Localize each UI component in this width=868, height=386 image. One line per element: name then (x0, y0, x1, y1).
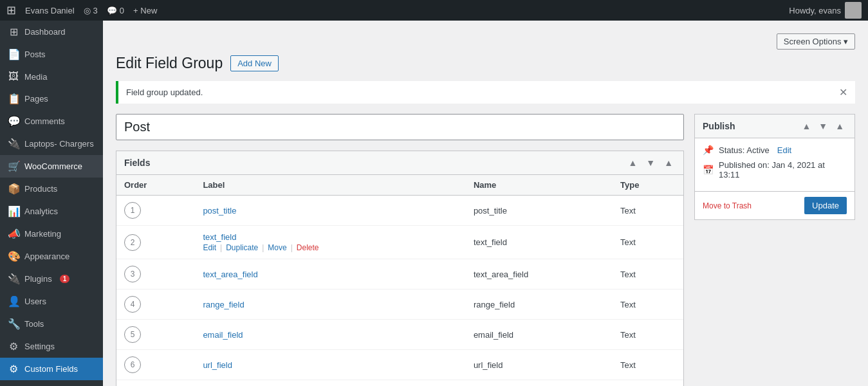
update-button[interactable]: Update (804, 197, 847, 214)
sidebar-item-woocommerce[interactable]: 🛒 WooCommerce (0, 155, 103, 178)
custom-fields-icon: ⚙ (8, 363, 19, 375)
content-area: Fields ▲ ▼ ▲ Order Label Name (116, 114, 855, 386)
admin-bar: ⊞ Evans Daniel ◎ 3 💬 0 + New Howdy, evan… (0, 0, 868, 21)
move-to-trash-link[interactable]: Move to Trash (703, 201, 752, 210)
row-action-delete[interactable]: Delete (297, 243, 319, 252)
publish-collapse-up[interactable]: ▲ (799, 120, 813, 133)
sidebar-label: Appearance (24, 252, 69, 261)
table-row: 6url_fieldurl_fieldText (116, 350, 683, 380)
plugin-update-badge: 1 (60, 275, 70, 283)
status-text: Status: Active (719, 145, 770, 155)
user-howdy[interactable]: Howdy, evans (789, 2, 862, 19)
fields-table-header: Order Label Name Type (116, 175, 683, 196)
field-type-cell: Text (613, 226, 683, 259)
sidebar-item-comments[interactable]: 💬 Comments (0, 110, 103, 133)
field-label-cell: url_field (195, 350, 466, 380)
notice-close-button[interactable]: ✕ (839, 86, 847, 98)
field-label-link[interactable]: text_area_field (203, 270, 257, 279)
col-type: Type (613, 175, 683, 196)
field-order-cell: 1 (116, 196, 195, 226)
row-action-duplicate[interactable]: Duplicate (226, 243, 258, 252)
sidebar-item-users[interactable]: 👤 Users (0, 290, 103, 313)
sidebar-item-custom-fields[interactable]: ⚙ Custom Fields (0, 358, 103, 380)
fields-metabox: Fields ▲ ▼ ▲ Order Label Name (116, 151, 684, 386)
sidebar-item-appearance[interactable]: 🎨 Appearance (0, 245, 103, 268)
field-type-cell: Text (613, 350, 683, 380)
order-circle: 2 (124, 234, 141, 251)
screen-options-button[interactable]: Screen Options ▾ (777, 33, 855, 50)
sidebar-label: Laptops- Chargers (24, 139, 94, 149)
sidebar-label: Posts (24, 50, 46, 59)
sidebar-item-pages[interactable]: 📋 Pages (0, 87, 103, 110)
order-circle: 3 (124, 266, 141, 282)
notice-text: Field group updated. (126, 87, 203, 97)
collapse-up-button[interactable]: ▲ (625, 156, 640, 169)
metabox-header: Fields ▲ ▼ ▲ (116, 151, 683, 175)
field-label-link[interactable]: range_field (203, 300, 244, 309)
sidebar-item-products[interactable]: 📦 Products (0, 178, 103, 200)
right-panel: Publish ▲ ▼ ▲ 📌 Status: Active Edit (694, 114, 855, 220)
row-action-separator: | (220, 243, 222, 252)
published-text: Published on: Jan 4, 2021 at 13:11 (719, 160, 847, 179)
table-row: 5email_fieldemail_fieldText (116, 320, 683, 350)
sidebar-item-media[interactable]: 🖼 Media (0, 66, 103, 87)
sidebar-item-analytics[interactable]: 📊 Analytics (0, 200, 103, 223)
row-action-move[interactable]: Move (268, 243, 286, 252)
row-action-separator: | (262, 243, 264, 252)
publish-box: Publish ▲ ▼ ▲ 📌 Status: Active Edit (694, 114, 855, 220)
sidebar-label: Plugins (24, 274, 52, 284)
field-order-cell: 4 (116, 290, 195, 320)
field-label-link[interactable]: email_field (203, 330, 243, 340)
wp-logo-icon[interactable]: ⊞ (6, 3, 16, 17)
tools-icon: 🔧 (8, 318, 19, 330)
site-name[interactable]: Evans Daniel (25, 6, 75, 15)
sidebar-item-dashboard[interactable]: ⊞ Dashboard (0, 21, 103, 43)
expand-button[interactable]: ▲ (661, 156, 676, 169)
sidebar-item-plugins[interactable]: 🔌 Plugins 1 (0, 268, 103, 290)
field-label-link[interactable]: text_field (203, 232, 236, 242)
sidebar-label: Tools (24, 319, 44, 329)
field-type-cell: Text (613, 380, 683, 387)
fields-table: Order Label Name Type 1post_titlepost_ti… (116, 175, 683, 386)
publish-header-controls: ▲ ▼ ▲ (799, 120, 847, 133)
settings-icon: ⚙ (8, 340, 19, 353)
order-circle: 5 (124, 326, 141, 343)
revision-icon: ◎ (84, 6, 91, 15)
new-content-link[interactable]: + New (133, 6, 157, 15)
sidebar-item-posts[interactable]: 📄 Posts (0, 43, 103, 66)
col-label: Label (195, 175, 466, 196)
laptops-icon: 🔌 (8, 138, 19, 150)
sidebar-item-laptops-chargers[interactable]: 🔌 Laptops- Chargers (0, 133, 103, 155)
row-action-edit[interactable]: Edit (203, 243, 216, 252)
field-label-link[interactable]: post_title (203, 206, 236, 216)
sidebar-item-tools[interactable]: 🔧 Tools (0, 313, 103, 335)
posts-icon: 📄 (8, 48, 19, 60)
sidebar: ⊞ Dashboard 📄 Posts 🖼 Media 📋 Pages 💬 Co… (0, 21, 103, 386)
marketing-icon: 📣 (8, 228, 19, 240)
field-type-cell: Text (613, 290, 683, 320)
field-order-cell: 7 (116, 380, 195, 387)
publish-body: 📌 Status: Active Edit 📅 Published on: Ja… (695, 138, 854, 191)
status-row: 📌 Status: Active Edit (703, 145, 847, 155)
comments-icon: 💬 (8, 115, 19, 127)
sidebar-item-field-groups[interactable]: Field Groups (0, 380, 103, 386)
publish-title: Publish (703, 121, 735, 131)
sidebar-label: Pages (24, 94, 48, 104)
field-label-cell: range_field (195, 290, 466, 320)
revisions-link[interactable]: ◎ 3 (84, 6, 98, 15)
sidebar-label: Marketing (24, 229, 61, 239)
collapse-down-button[interactable]: ▼ (643, 156, 658, 169)
field-type-cell: Text (613, 259, 683, 290)
sidebar-item-marketing[interactable]: 📣 Marketing (0, 223, 103, 245)
col-order: Order (116, 175, 195, 196)
table-row: 4range_fieldrange_fieldText (116, 290, 683, 320)
sidebar-item-settings[interactable]: ⚙ Settings (0, 335, 103, 358)
status-edit-link[interactable]: Edit (777, 145, 791, 155)
field-group-title-input[interactable] (116, 114, 684, 140)
publish-collapse-down[interactable]: ▼ (816, 120, 830, 133)
add-new-button[interactable]: Add New (230, 55, 279, 71)
sidebar-label: Dashboard (24, 27, 66, 37)
field-label-link[interactable]: url_field (203, 360, 232, 370)
publish-expand[interactable]: ▲ (833, 120, 847, 133)
comments-link[interactable]: 💬 0 (107, 6, 124, 15)
